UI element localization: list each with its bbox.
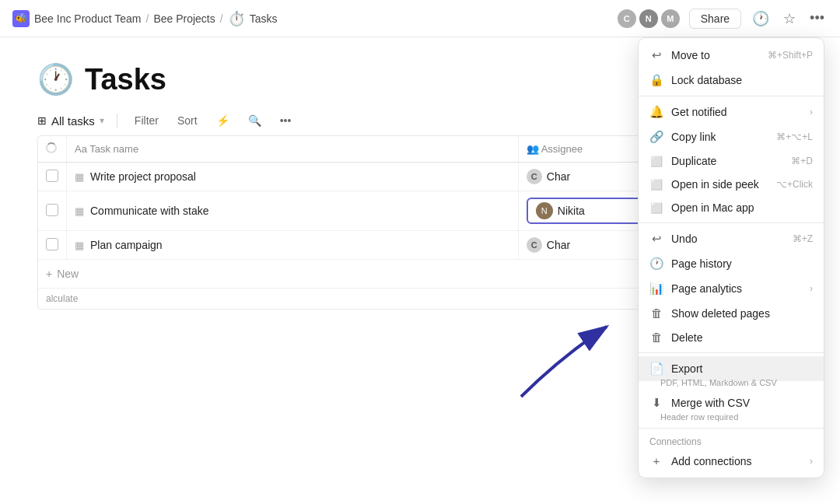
menu-item-show-deleted[interactable]: 🗑 Show deleted pages	[639, 301, 824, 325]
share-button[interactable]: Share	[689, 9, 741, 29]
menu-item-delete[interactable]: 🗑 Delete	[639, 325, 824, 349]
menu-item-open-side-peek[interactable]: ⬜ Open in side peek ⌥+Click	[639, 173, 824, 196]
menu-label-merge: Merge with CSV	[671, 397, 813, 409]
topnav-right: C N M Share 🕐 ☆ •••	[616, 7, 828, 30]
workspace-icon: 🐝	[12, 10, 30, 27]
menu-label-delete: Delete	[671, 331, 813, 344]
col-taskname-label: Task name	[89, 143, 138, 155]
task-page-icon-3: ▦	[75, 240, 84, 251]
menu-item-open-mac-app[interactable]: ⬜ Open in Mac app	[639, 196, 824, 219]
arrow-svg	[482, 311, 638, 404]
menu-item-add-connections[interactable]: + Add connections ›	[639, 449, 824, 473]
workspace-label: Bee Inc Product Team	[34, 12, 141, 25]
favorite-button[interactable]: ☆	[780, 7, 799, 30]
avatar-n: N	[638, 8, 660, 30]
row3-check	[38, 231, 67, 260]
merge-subtitle: Header row required	[660, 412, 824, 425]
calculate-label: alculate	[46, 293, 78, 304]
page-title-icon: 🕐	[37, 62, 74, 96]
show-deleted-icon: 🗑	[649, 306, 663, 320]
menu-item-get-notified[interactable]: 🔔 Get notified ›	[639, 100, 824, 124]
menu-label-copy-link: Copy link	[671, 131, 768, 143]
menu-item-page-analytics[interactable]: 📊 Page analytics ›	[639, 276, 824, 301]
menu-label-page-history: Page history	[671, 257, 813, 270]
assignee-name-3: Char	[547, 239, 570, 251]
menu-label-duplicate: Duplicate	[671, 155, 783, 167]
row3-name: ▦ Plan campaign	[67, 231, 519, 260]
breadcrumb: 🐝 Bee Inc Product Team / Bee Projects / …	[12, 10, 277, 27]
search-button[interactable]: 🔍	[243, 112, 266, 129]
page-title: Tasks	[85, 63, 166, 96]
page-analytics-icon: 📊	[649, 282, 663, 296]
copy-link-shortcut: ⌘+⌥+L	[776, 131, 813, 142]
move-to-shortcut: ⌘+Shift+P	[768, 50, 813, 61]
breadcrumb-sep-1: /	[145, 12, 149, 25]
menu-label-lock: Lock database	[671, 74, 813, 86]
checkbox-3[interactable]	[46, 238, 58, 250]
menu-label-side-peek: Open in side peek	[671, 178, 768, 191]
menu-item-move-to[interactable]: ↩ Move to ⌘+Shift+P	[639, 43, 824, 68]
side-peek-icon: ⬜	[649, 179, 663, 191]
context-menu: ↩ Move to ⌘+Shift+P 🔒 Lock database 🔔 Ge…	[638, 37, 824, 478]
export-icon: 📄	[649, 362, 663, 376]
menu-divider-3	[639, 352, 824, 353]
notify-icon: 🔔	[649, 105, 663, 119]
col-assignee-label: Assignee	[541, 143, 583, 155]
menu-item-lock-database[interactable]: 🔒 Lock database	[639, 68, 824, 93]
avatar-c: C	[616, 8, 638, 30]
undo-shortcut: ⌘+Z	[793, 233, 813, 244]
merge-icon: ⬇	[649, 396, 663, 410]
menu-divider-2	[639, 222, 824, 223]
view-label: All tasks	[51, 114, 95, 128]
avatar-group: C N M	[616, 8, 681, 30]
menu-label-page-analytics: Page analytics	[671, 282, 802, 295]
toolbar-more-button[interactable]: •••	[275, 112, 296, 129]
duplicate-shortcut: ⌘+D	[791, 156, 813, 166]
menu-label-move-to: Move to	[671, 49, 760, 61]
menu-label-mac-app: Open in Mac app	[671, 201, 813, 214]
mac-app-icon: ⬜	[649, 202, 663, 214]
new-label: New	[57, 268, 79, 280]
notify-arrow: ›	[810, 107, 813, 117]
lightning-button[interactable]: ⚡	[212, 112, 234, 129]
checkbox-2[interactable]	[46, 204, 58, 216]
task-page-icon-1: ▦	[75, 171, 84, 183]
menu-label-export: Export	[671, 362, 813, 375]
menu-divider-4	[639, 428, 824, 429]
nikita-name: Nikita	[558, 205, 585, 217]
history-button[interactable]: 🕐	[749, 7, 772, 30]
row2-check	[38, 191, 67, 231]
page-history-icon: 🕐	[649, 257, 663, 271]
row3-task-label: Plan campaign	[90, 239, 163, 251]
loader-icon	[46, 142, 57, 153]
task-page-icon-2: ▦	[75, 205, 84, 217]
page-breadcrumb-label: Tasks	[250, 12, 278, 25]
menu-item-duplicate[interactable]: ⬜ Duplicate ⌘+D	[639, 149, 824, 173]
assignee-name-1: Char	[547, 170, 570, 183]
nikita-avatar: N	[536, 202, 553, 219]
filter-button[interactable]: Filter	[130, 112, 163, 129]
connections-section-label: Connections	[639, 432, 824, 449]
project-label: Bee Projects	[153, 12, 215, 25]
breadcrumb-sep-2: /	[220, 12, 223, 25]
menu-label-undo: Undo	[671, 233, 785, 245]
row1-check	[38, 163, 67, 191]
view-selector[interactable]: ⊞ All tasks ▾	[37, 114, 104, 128]
menu-item-copy-link[interactable]: 🔗 Copy link ⌘+⌥+L	[639, 124, 824, 149]
arrow-container	[482, 311, 638, 408]
menu-label-show-deleted: Show deleted pages	[671, 307, 813, 320]
menu-item-page-history[interactable]: 🕐 Page history	[639, 251, 824, 276]
analytics-arrow: ›	[810, 283, 813, 294]
checkbox-1[interactable]	[46, 170, 58, 182]
menu-item-undo[interactable]: ↩ Undo ⌘+Z	[639, 226, 824, 251]
export-subtitle: PDF, HTML, Markdown & CSV	[660, 378, 824, 390]
toolbar-divider	[117, 114, 117, 128]
more-button[interactable]: •••	[807, 7, 828, 30]
row1-name: ▦ Write project proposal	[67, 163, 519, 191]
row2-name: ▦ Communicate with stake	[67, 191, 519, 231]
add-connections-icon: +	[649, 454, 663, 467]
sort-button[interactable]: Sort	[173, 112, 202, 129]
row2-task-label: Communicate with stake	[90, 205, 209, 217]
assignee-avatar-3: C	[527, 237, 542, 253]
menu-divider-1	[639, 96, 824, 96]
